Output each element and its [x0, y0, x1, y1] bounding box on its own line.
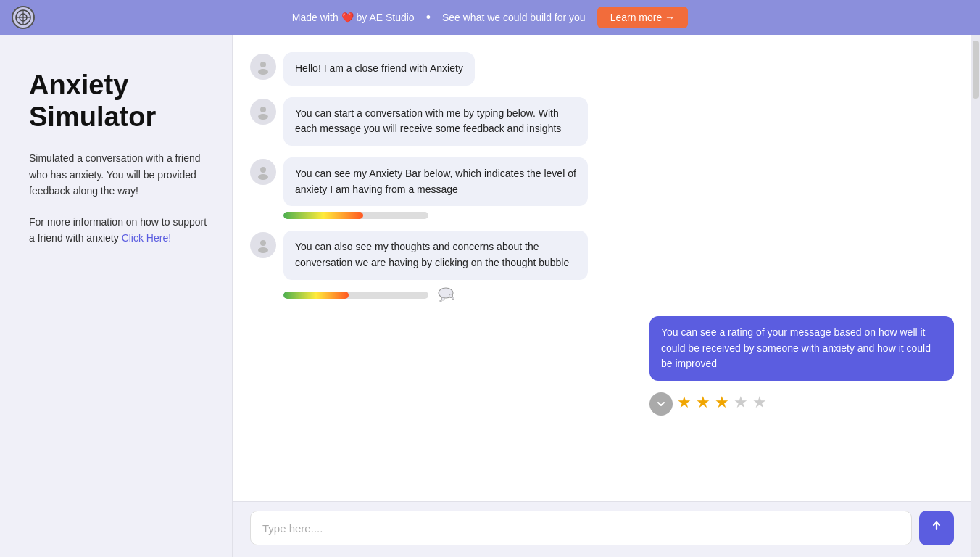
anxiety-bar [283, 292, 428, 299]
bot-bubble: You can see my Anxiety Bar below, which … [283, 157, 588, 206]
message-row: You can see my Anxiety Bar below, which … [250, 157, 954, 219]
star-icon: ★ [715, 393, 729, 412]
star-icon: ★ [734, 393, 748, 412]
ae-studio-link[interactable]: AE Studio [369, 12, 414, 23]
bubble-wrap: You can see a rating of your message bas… [649, 316, 954, 416]
anxiety-bar [283, 212, 428, 219]
heart-icon: ❤️ [341, 12, 357, 23]
message-row: You can see a rating of your message bas… [250, 316, 954, 416]
svg-point-14 [440, 300, 441, 302]
svg-point-5 [258, 69, 268, 75]
avatar [250, 159, 276, 185]
message-row: Hello! I am a close friend with Anxiety [250, 52, 954, 86]
send-icon [929, 518, 944, 538]
logo [12, 6, 35, 29]
svg-point-16 [452, 297, 454, 299]
scrollbar-thumb[interactable] [973, 41, 979, 99]
click-here-link[interactable]: Click Here! [122, 232, 171, 244]
svg-point-7 [258, 114, 268, 120]
scrollbar-track [971, 35, 980, 557]
bubble-wrap: Hello! I am a close friend with Anxiety [283, 52, 475, 86]
banner-made-with-text: Made with ❤️ by AE Studio [292, 12, 415, 23]
avatar [250, 54, 276, 80]
svg-point-8 [260, 167, 266, 173]
send-button[interactable] [919, 511, 954, 545]
chat-messages: Hello! I am a close friend with AnxietyY… [233, 35, 971, 501]
bubble-wrap: You can also see my thoughts and concern… [283, 231, 588, 304]
svg-point-4 [260, 62, 266, 67]
sidebar-more-info: For more information on how to support a… [29, 214, 209, 247]
avatar [250, 99, 276, 125]
user-bubble: You can see a rating of your message bas… [649, 316, 954, 381]
message-row: You can also see my thoughts and concern… [250, 231, 954, 304]
star-icon: ★ [752, 393, 767, 412]
banner-dot: • [426, 10, 431, 25]
bar-and-icon-row [283, 286, 588, 305]
star-icon: ★ [696, 393, 710, 412]
bot-bubble: You can also see my thoughts and concern… [283, 231, 588, 279]
banner-tagline: See what we could build for you [442, 12, 586, 23]
learn-more-button[interactable]: Learn more → [597, 7, 688, 28]
bubble-wrap: You can see my Anxiety Bar below, which … [283, 157, 588, 219]
top-banner: Made with ❤️ by AE Studio • See what we … [0, 0, 980, 35]
chat-container: Hello! I am a close friend with AnxietyY… [232, 35, 971, 557]
anxiety-bar-fill [283, 292, 349, 299]
bubble-wrap: You can start a conversation with me by … [283, 97, 588, 146]
message-row: You can start a conversation with me by … [250, 97, 954, 146]
stars-row: ★★★★★ [649, 389, 954, 416]
svg-point-13 [441, 297, 444, 300]
svg-point-10 [260, 240, 266, 246]
bar-and-icon-row [283, 212, 588, 219]
bot-bubble: You can start a conversation with me by … [283, 97, 588, 146]
chat-input-area [233, 501, 971, 557]
message-input[interactable] [250, 511, 912, 545]
chevron-down-button[interactable] [649, 392, 673, 416]
svg-point-6 [260, 107, 266, 112]
sidebar-description: Simulated a conversation with a friend w… [29, 150, 209, 199]
svg-point-11 [258, 247, 268, 253]
page-title: Anxiety Simulator [29, 70, 209, 133]
avatar [250, 232, 276, 258]
star-icon: ★ [677, 393, 692, 412]
bot-bubble: Hello! I am a close friend with Anxiety [283, 52, 475, 86]
anxiety-bar-fill [283, 212, 363, 219]
svg-point-9 [258, 174, 268, 180]
sidebar: Anxiety Simulator Simulated a conversati… [0, 35, 232, 557]
thought-bubble-icon[interactable] [437, 286, 456, 305]
